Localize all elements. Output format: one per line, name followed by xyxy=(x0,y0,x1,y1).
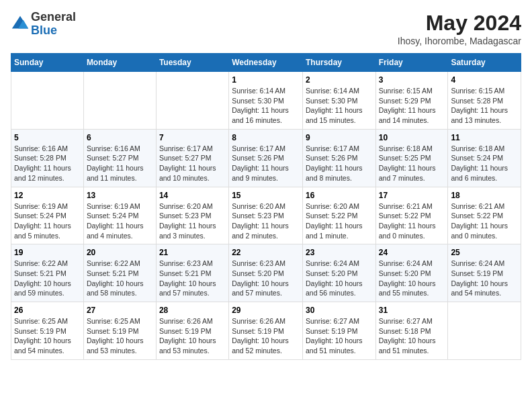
day-info: Sunrise: 6:19 AM Sunset: 5:24 PM Dayligh… xyxy=(87,201,153,241)
calendar-cell: 23Sunrise: 6:24 AM Sunset: 5:20 PM Dayli… xyxy=(302,244,375,302)
day-number: 31 xyxy=(379,306,445,315)
weekday-header-saturday: Saturday xyxy=(448,54,521,72)
day-info: Sunrise: 6:18 AM Sunset: 5:24 PM Dayligh… xyxy=(451,144,518,183)
day-number: 10 xyxy=(379,133,445,142)
calendar-cell: 8Sunrise: 6:17 AM Sunset: 5:26 PM Daylig… xyxy=(229,129,303,187)
day-info: Sunrise: 6:16 AM Sunset: 5:28 PM Dayligh… xyxy=(14,144,81,183)
day-number: 25 xyxy=(451,248,518,257)
weekday-header-sunday: Sunday xyxy=(11,54,84,72)
day-info: Sunrise: 6:27 AM Sunset: 5:18 PM Dayligh… xyxy=(379,316,445,356)
calendar-cell: 19Sunrise: 6:22 AM Sunset: 5:21 PM Dayli… xyxy=(11,244,84,302)
day-number: 18 xyxy=(451,191,518,200)
day-number: 4 xyxy=(451,75,518,85)
calendar-cell: 17Sunrise: 6:21 AM Sunset: 5:22 PM Dayli… xyxy=(375,187,448,244)
calendar-cell: 9Sunrise: 6:17 AM Sunset: 5:26 PM Daylig… xyxy=(302,129,375,187)
day-info: Sunrise: 6:20 AM Sunset: 5:23 PM Dayligh… xyxy=(159,201,226,241)
day-number: 23 xyxy=(306,248,373,257)
day-info: Sunrise: 6:17 AM Sunset: 5:27 PM Dayligh… xyxy=(159,144,226,183)
day-number: 6 xyxy=(87,133,153,142)
day-number: 24 xyxy=(379,248,445,257)
calendar-cell: 12Sunrise: 6:19 AM Sunset: 5:24 PM Dayli… xyxy=(11,187,84,244)
day-info: Sunrise: 6:21 AM Sunset: 5:22 PM Dayligh… xyxy=(451,201,518,241)
day-number: 8 xyxy=(232,133,300,142)
calendar-cell: 24Sunrise: 6:24 AM Sunset: 5:20 PM Dayli… xyxy=(375,244,448,302)
day-info: Sunrise: 6:23 AM Sunset: 5:20 PM Dayligh… xyxy=(232,259,300,298)
calendar-cell: 1Sunrise: 6:14 AM Sunset: 5:30 PM Daylig… xyxy=(229,72,303,130)
day-number: 19 xyxy=(14,248,81,257)
day-number: 20 xyxy=(87,248,153,257)
day-info: Sunrise: 6:24 AM Sunset: 5:19 PM Dayligh… xyxy=(451,259,518,298)
logo: General Blue xyxy=(11,11,76,38)
day-info: Sunrise: 6:17 AM Sunset: 5:26 PM Dayligh… xyxy=(232,144,300,183)
day-info: Sunrise: 6:22 AM Sunset: 5:21 PM Dayligh… xyxy=(14,259,81,298)
calendar-table: SundayMondayTuesdayWednesdayThursdayFrid… xyxy=(11,53,521,360)
day-number: 9 xyxy=(306,133,373,142)
day-info: Sunrise: 6:17 AM Sunset: 5:26 PM Dayligh… xyxy=(306,144,373,183)
calendar-cell: 22Sunrise: 6:23 AM Sunset: 5:20 PM Dayli… xyxy=(229,244,303,302)
calendar-cell: 5Sunrise: 6:16 AM Sunset: 5:28 PM Daylig… xyxy=(11,129,84,187)
calendar-cell: 25Sunrise: 6:24 AM Sunset: 5:19 PM Dayli… xyxy=(448,244,521,302)
calendar-cell xyxy=(156,72,228,130)
day-number: 15 xyxy=(232,191,300,200)
logo-text: General Blue xyxy=(31,11,76,38)
calendar-cell: 16Sunrise: 6:20 AM Sunset: 5:22 PM Dayli… xyxy=(302,187,375,244)
logo-general: General xyxy=(31,11,76,24)
day-info: Sunrise: 6:18 AM Sunset: 5:25 PM Dayligh… xyxy=(379,144,445,183)
weekday-header-tuesday: Tuesday xyxy=(156,54,228,72)
calendar-cell: 6Sunrise: 6:16 AM Sunset: 5:27 PM Daylig… xyxy=(83,129,156,187)
calendar-body: 1Sunrise: 6:14 AM Sunset: 5:30 PM Daylig… xyxy=(11,72,521,360)
day-info: Sunrise: 6:15 AM Sunset: 5:28 PM Dayligh… xyxy=(451,86,518,126)
day-number: 30 xyxy=(306,306,373,315)
weekday-header-thursday: Thursday xyxy=(302,54,375,72)
day-number: 29 xyxy=(232,306,300,315)
day-number: 2 xyxy=(306,75,373,85)
calendar-cell xyxy=(11,72,84,130)
day-number: 3 xyxy=(379,75,445,85)
calendar-week-4: 19Sunrise: 6:22 AM Sunset: 5:21 PM Dayli… xyxy=(11,244,521,302)
page-header: General Blue May 2024 Ihosy, Ihorombe, M… xyxy=(11,11,521,46)
calendar-cell: 20Sunrise: 6:22 AM Sunset: 5:21 PM Dayli… xyxy=(83,244,156,302)
calendar-week-5: 26Sunrise: 6:25 AM Sunset: 5:19 PM Dayli… xyxy=(11,302,521,360)
calendar-cell xyxy=(448,302,521,360)
day-number: 17 xyxy=(379,191,445,200)
calendar-cell xyxy=(83,72,156,130)
day-number: 14 xyxy=(159,191,226,200)
weekday-header-friday: Friday xyxy=(375,54,448,72)
calendar-cell: 15Sunrise: 6:20 AM Sunset: 5:23 PM Dayli… xyxy=(229,187,303,244)
day-info: Sunrise: 6:14 AM Sunset: 5:30 PM Dayligh… xyxy=(306,86,373,126)
calendar-cell: 26Sunrise: 6:25 AM Sunset: 5:19 PM Dayli… xyxy=(11,302,84,360)
day-info: Sunrise: 6:15 AM Sunset: 5:29 PM Dayligh… xyxy=(379,86,445,126)
calendar-title: May 2024 xyxy=(398,11,521,36)
calendar-cell: 13Sunrise: 6:19 AM Sunset: 5:24 PM Dayli… xyxy=(83,187,156,244)
day-info: Sunrise: 6:23 AM Sunset: 5:21 PM Dayligh… xyxy=(159,259,226,298)
day-info: Sunrise: 6:21 AM Sunset: 5:22 PM Dayligh… xyxy=(379,201,445,241)
day-info: Sunrise: 6:24 AM Sunset: 5:20 PM Dayligh… xyxy=(306,259,373,298)
day-number: 11 xyxy=(451,133,518,142)
logo-blue: Blue xyxy=(31,24,76,38)
day-info: Sunrise: 6:20 AM Sunset: 5:23 PM Dayligh… xyxy=(232,201,300,241)
calendar-week-3: 12Sunrise: 6:19 AM Sunset: 5:24 PM Dayli… xyxy=(11,187,521,244)
day-info: Sunrise: 6:26 AM Sunset: 5:19 PM Dayligh… xyxy=(159,316,226,356)
calendar-cell: 18Sunrise: 6:21 AM Sunset: 5:22 PM Dayli… xyxy=(448,187,521,244)
calendar-subtitle: Ihosy, Ihorombe, Madagascar xyxy=(398,36,521,46)
day-info: Sunrise: 6:26 AM Sunset: 5:19 PM Dayligh… xyxy=(232,316,300,356)
day-info: Sunrise: 6:25 AM Sunset: 5:19 PM Dayligh… xyxy=(87,316,153,356)
weekday-header-row: SundayMondayTuesdayWednesdayThursdayFrid… xyxy=(11,54,521,72)
day-number: 27 xyxy=(87,306,153,315)
calendar-week-1: 1Sunrise: 6:14 AM Sunset: 5:30 PM Daylig… xyxy=(11,72,521,130)
calendar-cell: 29Sunrise: 6:26 AM Sunset: 5:19 PM Dayli… xyxy=(229,302,303,360)
day-info: Sunrise: 6:19 AM Sunset: 5:24 PM Dayligh… xyxy=(14,201,81,241)
day-info: Sunrise: 6:24 AM Sunset: 5:20 PM Dayligh… xyxy=(379,259,445,298)
day-number: 1 xyxy=(232,75,300,85)
day-number: 26 xyxy=(14,306,81,315)
day-number: 12 xyxy=(14,191,81,200)
calendar-cell: 11Sunrise: 6:18 AM Sunset: 5:24 PM Dayli… xyxy=(448,129,521,187)
day-number: 5 xyxy=(14,133,81,142)
calendar-cell: 21Sunrise: 6:23 AM Sunset: 5:21 PM Dayli… xyxy=(156,244,228,302)
calendar-cell: 14Sunrise: 6:20 AM Sunset: 5:23 PM Dayli… xyxy=(156,187,228,244)
day-info: Sunrise: 6:20 AM Sunset: 5:22 PM Dayligh… xyxy=(306,201,373,241)
day-number: 22 xyxy=(232,248,300,257)
logo-icon xyxy=(11,15,30,34)
day-info: Sunrise: 6:27 AM Sunset: 5:19 PM Dayligh… xyxy=(306,316,373,356)
day-info: Sunrise: 6:14 AM Sunset: 5:30 PM Dayligh… xyxy=(232,86,300,126)
